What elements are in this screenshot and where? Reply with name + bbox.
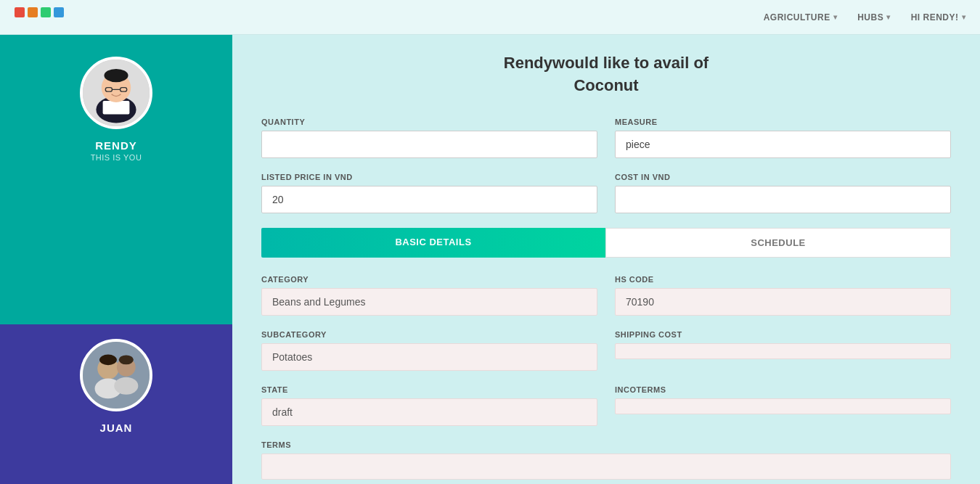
- subcategory-label: SUBCATEGORY: [261, 330, 597, 339]
- state-group: STATE draft: [261, 385, 597, 426]
- nav-right: AGRICULTURE ▾ HUBS ▾ HI RENDY! ▾: [764, 12, 965, 22]
- subcategory-group: SUBCATEGORY Potatoes: [261, 330, 597, 371]
- terms-row: TERMS: [261, 440, 951, 480]
- price-cost-row: LISTED PRICE IN VND COST IN VND: [261, 173, 951, 213]
- top-navigation: AGRICULTURE ▾ HUBS ▾ HI RENDY! ▾: [0, 0, 980, 35]
- nav-user-label: HI RENDY!: [911, 12, 959, 22]
- avatar-juan: [80, 339, 152, 411]
- hscode-label: HS CODE: [615, 275, 951, 284]
- state-label: STATE: [261, 385, 597, 394]
- main-layout: RENDY THIS IS YOU JUAN: [0, 35, 980, 484]
- state-value: draft: [261, 398, 597, 426]
- svg-point-4: [104, 69, 128, 82]
- terms-group: TERMS: [261, 440, 951, 480]
- listed-price-input[interactable]: [261, 186, 597, 213]
- incoterms-label: INCOTERMS: [615, 385, 951, 394]
- cost-group: COST IN VND: [615, 173, 951, 213]
- tab-basic-details[interactable]: BASIC DETAILS: [261, 228, 605, 258]
- logo-orange: [28, 7, 38, 17]
- listed-price-group: LISTED PRICE IN VND: [261, 173, 597, 213]
- avatar-rendy: [80, 57, 152, 129]
- nav-agriculture-label: AGRICULTURE: [764, 12, 830, 22]
- nav-agriculture[interactable]: AGRICULTURE ▾: [764, 12, 837, 22]
- measure-label: MEASURE: [615, 118, 951, 126]
- logo-blue: [54, 7, 64, 17]
- cost-input[interactable]: [615, 186, 951, 213]
- measure-input[interactable]: [615, 131, 951, 158]
- chevron-down-icon: ▾: [962, 13, 966, 21]
- nav-hubs-label: HUBS: [857, 12, 883, 22]
- incoterms-value: [615, 398, 951, 414]
- shipping-cost-group: SHIPPING COST: [615, 330, 951, 371]
- logo-red: [15, 7, 25, 17]
- nav-user[interactable]: HI RENDY! ▾: [911, 12, 965, 22]
- terms-value: [261, 454, 951, 480]
- logo-green: [41, 7, 51, 17]
- sidebar-top-section: RENDY THIS IS YOU: [0, 35, 232, 324]
- svg-point-14: [119, 355, 134, 364]
- shipping-cost-value: [615, 343, 951, 359]
- quantity-input[interactable]: [261, 131, 597, 158]
- subcategory-shipping-row: SUBCATEGORY Potatoes SHIPPING COST: [261, 330, 951, 371]
- rendy-name: RENDY: [95, 139, 137, 152]
- shipping-cost-label: SHIPPING COST: [615, 330, 951, 339]
- incoterms-group: INCOTERMS: [615, 385, 951, 426]
- svg-rect-2: [103, 101, 130, 114]
- main-content: Rendywould like to avail of Coconut QUAN…: [232, 35, 980, 484]
- nav-hubs[interactable]: HUBS ▾: [857, 12, 891, 22]
- page-title: Rendywould like to avail of Coconut: [261, 52, 951, 97]
- chevron-down-icon: ▾: [886, 13, 891, 21]
- juan-name: JUAN: [100, 422, 133, 434]
- sidebar-bottom-section: JUAN: [0, 324, 232, 484]
- svg-point-12: [114, 377, 138, 395]
- quantity-measure-row: QUANTITY MEASURE: [261, 118, 951, 158]
- terms-label: TERMS: [261, 440, 951, 449]
- hscode-value: 70190: [615, 288, 951, 316]
- sidebar: RENDY THIS IS YOU JUAN: [0, 35, 232, 484]
- rendy-subtitle: THIS IS YOU: [91, 153, 142, 162]
- logo[interactable]: [15, 7, 64, 28]
- category-value: Beans and Legumes: [261, 288, 597, 316]
- measure-group: MEASURE: [615, 118, 951, 158]
- state-incoterms-row: STATE draft INCOTERMS: [261, 385, 951, 426]
- tabs: BASIC DETAILS SCHEDULE: [261, 228, 951, 258]
- category-hscode-row: CATEGORY Beans and Legumes HS CODE 70190: [261, 275, 951, 316]
- tab-schedule[interactable]: SCHEDULE: [605, 228, 951, 258]
- quantity-group: QUANTITY: [261, 118, 597, 158]
- quantity-label: QUANTITY: [261, 118, 597, 126]
- category-label: CATEGORY: [261, 275, 597, 284]
- chevron-down-icon: ▾: [833, 13, 838, 21]
- hscode-group: HS CODE 70190: [615, 275, 951, 316]
- category-group: CATEGORY Beans and Legumes: [261, 275, 597, 316]
- listed-price-label: LISTED PRICE IN VND: [261, 173, 597, 181]
- cost-label: COST IN VND: [615, 173, 951, 181]
- svg-point-13: [99, 354, 117, 365]
- subcategory-value: Potatoes: [261, 343, 597, 371]
